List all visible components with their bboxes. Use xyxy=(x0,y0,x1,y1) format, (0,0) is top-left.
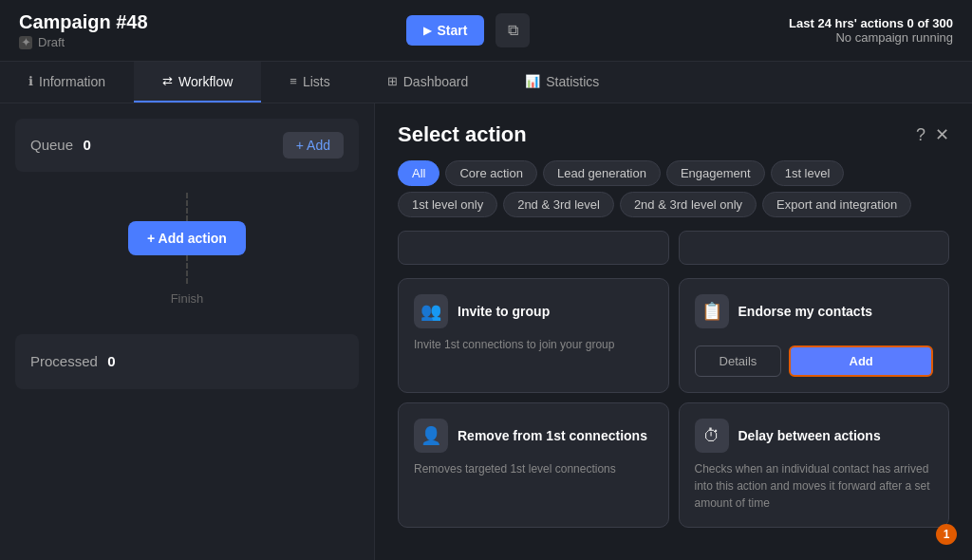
nav-tabs: ℹ Information ⇄ Workflow ≡ Lists ⊞ Dashb… xyxy=(0,62,972,103)
chip-2nd-3rd-level-only[interactable]: 2nd & 3rd level only xyxy=(620,192,757,217)
chip-engagement[interactable]: Engagement xyxy=(666,160,765,186)
processed-row: Processed 0 xyxy=(15,334,359,389)
queue-info: Queue 0 xyxy=(30,137,91,154)
queue-label: Queue xyxy=(30,137,73,153)
delay-icon: ⏱ xyxy=(695,419,729,453)
filter-chips: All Core action Lead generation Engageme… xyxy=(398,160,949,217)
status-icon: ✦ xyxy=(19,36,32,49)
close-icon[interactable]: ✕ xyxy=(935,124,949,145)
main: Queue 0 + Add + Add action Finish Proces… xyxy=(0,103,972,560)
chip-1st-level-only[interactable]: 1st level only xyxy=(398,192,497,217)
card-delay-actions[interactable]: ⏱ Delay between actions Checks when an i… xyxy=(679,402,950,528)
header-left: Campaign #48 ✦ Draft xyxy=(19,11,148,49)
endorse-actions-row: Details Add xyxy=(695,345,934,377)
campaign-title: Campaign #48 xyxy=(19,11,148,33)
dashboard-icon: ⊞ xyxy=(387,74,398,88)
workflow-area: + Add action Finish xyxy=(15,183,359,323)
search-row xyxy=(398,231,949,265)
tab-statistics[interactable]: 📊 Statistics xyxy=(496,62,627,103)
dashed-line-bottom xyxy=(186,255,188,284)
tab-dashboard-label: Dashboard xyxy=(403,74,469,89)
select-action-header: Select action ? ✕ xyxy=(398,122,949,147)
remove-card-top: 👤 Remove from 1st connections xyxy=(414,419,653,453)
invite-group-icon: 👥 xyxy=(414,294,448,328)
start-button[interactable]: Start xyxy=(406,15,484,46)
remove-title: Remove from 1st connections xyxy=(458,428,647,443)
header: Campaign #48 ✦ Draft Start ⧉ Last 24 hrs… xyxy=(0,0,972,62)
tab-dashboard[interactable]: ⊞ Dashboard xyxy=(359,62,497,103)
delay-card-top: ⏱ Delay between actions xyxy=(695,419,934,453)
chip-1st-level[interactable]: 1st level xyxy=(771,160,845,186)
endorse-title: Endorse my contacts xyxy=(738,304,873,319)
search-bar-right[interactable] xyxy=(679,231,950,265)
share-button[interactable]: ⧉ xyxy=(495,13,530,47)
endorse-card-top: 📋 Endorse my contacts xyxy=(695,294,934,328)
add-action-button[interactable]: + Add action xyxy=(128,221,246,255)
invite-group-desc: Invite 1st connections to join your grou… xyxy=(414,336,653,353)
processed-label: Processed xyxy=(30,353,98,369)
lists-icon: ≡ xyxy=(290,74,297,88)
card-top: 👥 Invite to group xyxy=(414,294,653,328)
search-bar-left[interactable] xyxy=(398,231,669,265)
chip-export-integration[interactable]: Export and integration xyxy=(762,192,911,217)
statistics-icon: 📊 xyxy=(525,74,540,88)
notification-badge: 1 xyxy=(936,524,957,545)
finish-label: Finish xyxy=(171,291,204,306)
processed-count: 0 xyxy=(107,353,115,369)
dashed-line-top xyxy=(186,193,188,221)
add-button[interactable]: + Add xyxy=(283,132,344,159)
card-invite-to-group[interactable]: 👥 Invite to group Invite 1st connections… xyxy=(398,278,669,393)
workflow-icon: ⇄ xyxy=(162,74,173,88)
remove-desc: Removes targeted 1st level connections xyxy=(414,460,653,477)
action-count: Last 24 hrs' actions 0 of 300 xyxy=(789,16,953,30)
queue-row: Queue 0 + Add xyxy=(15,119,359,172)
tab-information[interactable]: ℹ Information xyxy=(0,62,134,103)
chip-2nd-3rd-level[interactable]: 2nd & 3rd level xyxy=(503,192,614,217)
select-action-title: Select action xyxy=(398,122,527,147)
help-icon[interactable]: ? xyxy=(916,125,925,145)
card-endorse-contacts[interactable]: 📋 Endorse my contacts Details Add xyxy=(679,278,950,393)
tab-workflow[interactable]: ⇄ Workflow xyxy=(134,62,261,103)
delay-title: Delay between actions xyxy=(738,428,881,443)
tab-statistics-label: Statistics xyxy=(546,74,599,89)
tab-lists[interactable]: ≡ Lists xyxy=(261,62,358,103)
tab-workflow-label: Workflow xyxy=(178,74,233,89)
invite-group-title: Invite to group xyxy=(458,304,550,319)
right-panel: Select action ? ✕ All Core action Lead g… xyxy=(375,103,972,560)
delay-desc: Checks when an individual contact has ar… xyxy=(695,460,934,512)
endorse-add-button[interactable]: Add xyxy=(789,345,933,377)
queue-count: 0 xyxy=(84,137,91,153)
chip-all[interactable]: All xyxy=(398,160,439,186)
header-center: Start ⧉ xyxy=(406,13,530,47)
left-panel: Queue 0 + Add + Add action Finish Proces… xyxy=(0,103,375,560)
cards-grid: 👥 Invite to group Invite 1st connections… xyxy=(398,278,949,528)
no-campaign-label: No campaign running xyxy=(789,30,953,45)
endorse-icon: 📋 xyxy=(695,294,729,328)
tab-information-label: Information xyxy=(39,74,105,89)
status-label: Draft xyxy=(38,35,65,49)
tab-lists-label: Lists xyxy=(303,74,330,89)
chip-core-action[interactable]: Core action xyxy=(445,160,536,186)
header-right: Last 24 hrs' actions 0 of 300 No campaig… xyxy=(789,16,953,45)
information-icon: ℹ xyxy=(28,74,33,88)
details-button[interactable]: Details xyxy=(695,345,782,377)
remove-icon: 👤 xyxy=(414,419,448,453)
chip-lead-generation[interactable]: Lead generation xyxy=(543,160,661,186)
header-icons: ? ✕ xyxy=(916,124,949,145)
campaign-status: ✦ Draft xyxy=(19,35,148,49)
card-remove-connections[interactable]: 👤 Remove from 1st connections Removes ta… xyxy=(398,402,669,528)
